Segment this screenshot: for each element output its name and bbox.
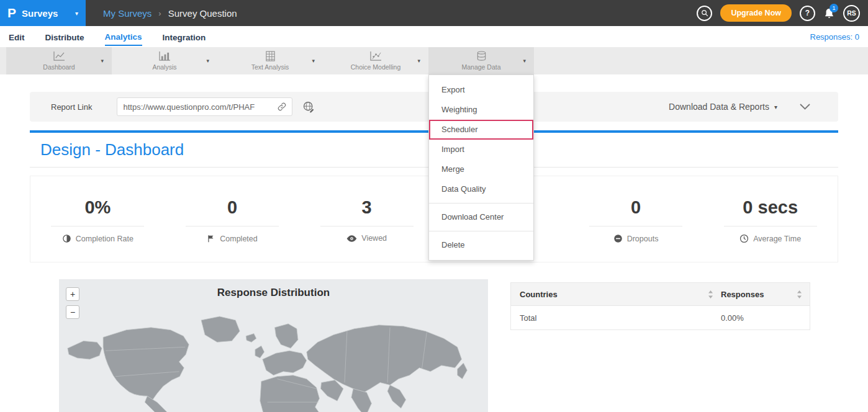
breadcrumb-separator: ›	[158, 9, 161, 18]
link-icon[interactable]	[278, 102, 286, 111]
edit-link-globe-icon[interactable]	[302, 101, 315, 113]
manage-data-menu: Export Weighting Scheduler Import Merge …	[428, 74, 534, 261]
download-data-reports-dropdown[interactable]: Download Data & Reports ▾	[669, 102, 777, 112]
notifications-bell-icon[interactable]: 1	[823, 7, 835, 19]
map-zoom-controls: + −	[66, 287, 79, 319]
help-icon[interactable]: ?	[800, 6, 815, 21]
caret-down-icon[interactable]: ▾	[417, 58, 420, 64]
notification-badge: 1	[830, 4, 838, 12]
eye-icon	[346, 235, 357, 243]
topbar-actions: Upgrade Now ? 1 RS	[697, 4, 868, 22]
menu-item-delete[interactable]: Delete	[429, 235, 533, 255]
clock-icon	[739, 234, 749, 243]
product-name: Surveys	[22, 8, 58, 19]
caret-down-icon[interactable]: ▾	[206, 58, 209, 64]
stat-dropouts: 0 Dropouts	[569, 176, 703, 262]
response-distribution-map-card: Response Distribution + −	[59, 279, 488, 412]
report-bar-right: Download Data & Reports ▾	[669, 102, 810, 112]
responses-column-header[interactable]: Responses	[721, 290, 810, 299]
menu-item-scheduler[interactable]: Scheduler	[429, 120, 533, 140]
stat-completion-rate: 0% Completion Rate	[30, 176, 165, 262]
tab-text-analysis[interactable]: Text Analysis ▾	[217, 47, 323, 74]
caret-down-icon[interactable]: ▾	[101, 58, 104, 64]
zoom-out-button[interactable]: −	[66, 305, 79, 319]
report-url-input[interactable]	[123, 102, 274, 112]
completion-rate-icon	[62, 234, 71, 243]
breadcrumb-my-surveys[interactable]: My Surveys	[103, 8, 151, 19]
report-link-label: Report Link	[51, 102, 92, 112]
tab-dashboard[interactable]: Dashboard ▾	[6, 47, 112, 74]
caret-down-icon: ▾	[75, 10, 78, 17]
caret-down-icon[interactable]: ▾	[523, 58, 526, 64]
flag-icon	[207, 234, 215, 243]
breadcrumb-current: Survey Question	[168, 8, 237, 19]
tab-analysis[interactable]: Analysis ▾	[112, 47, 217, 74]
minus-circle-icon	[613, 234, 623, 243]
topbar: P Surveys ▾ My Surveys › Survey Question…	[0, 0, 868, 26]
section-nav: Edit Distribute Analytics Integration Re…	[0, 26, 868, 47]
text-table-icon	[264, 51, 276, 61]
nav-item-analytics[interactable]: Analytics	[105, 28, 142, 46]
menu-item-data-quality[interactable]: Data Quality	[429, 179, 533, 199]
nav-item-distribute[interactable]: Distribute	[45, 29, 84, 45]
countries-table-header: Countries Responses	[511, 283, 810, 306]
questionpro-logo: P	[7, 6, 16, 20]
nav-item-integration[interactable]: Integration	[163, 29, 206, 45]
database-icon	[476, 51, 487, 61]
bar-chart-icon	[159, 51, 171, 61]
search-icon[interactable]	[697, 6, 712, 21]
sort-icon[interactable]	[708, 290, 713, 298]
report-link-field	[117, 97, 292, 116]
upgrade-now-button[interactable]: Upgrade Now	[720, 4, 792, 22]
page-title: Design - Dashboard	[40, 140, 184, 159]
collapse-chevron-icon[interactable]	[800, 104, 810, 110]
nav-item-edit[interactable]: Edit	[9, 29, 25, 45]
stat-average-time: 0 secs Average Time	[703, 176, 838, 262]
menu-item-weighting[interactable]: Weighting	[429, 100, 533, 120]
caret-down-icon[interactable]: ▾	[312, 58, 315, 64]
scatter-chart-icon	[370, 51, 382, 61]
countries-column-header[interactable]: Countries	[511, 290, 721, 299]
table-row-total: Total 0.00%	[511, 306, 810, 329]
menu-item-import[interactable]: Import	[429, 140, 533, 159]
caret-down-icon: ▾	[774, 104, 777, 110]
breadcrumb: My Surveys › Survey Question	[103, 8, 237, 19]
map-title: Response Distribution	[59, 287, 488, 299]
world-map[interactable]	[59, 310, 488, 412]
tab-choice-modelling[interactable]: Choice Modelling ▾	[323, 47, 428, 74]
stat-completed: 0 Completed	[165, 176, 300, 262]
menu-item-export[interactable]: Export	[429, 80, 533, 100]
zoom-in-button[interactable]: +	[66, 287, 79, 301]
menu-divider	[429, 231, 533, 231]
stat-viewed: 3 Viewed	[299, 176, 434, 262]
sort-icon[interactable]	[797, 290, 802, 298]
responses-count: Responses: 0	[810, 32, 860, 42]
tab-manage-data[interactable]: Manage Data ▾	[428, 47, 534, 74]
avatar[interactable]: RS	[843, 5, 860, 22]
analytics-toolbar: Dashboard ▾ Analysis ▾ Text Analysis ▾ C…	[0, 47, 868, 74]
menu-divider	[429, 203, 533, 204]
countries-table: Countries Responses Total 0.00%	[510, 282, 810, 330]
menu-item-merge[interactable]: Merge	[429, 159, 533, 179]
line-chart-icon	[53, 51, 65, 61]
surveys-product-switcher[interactable]: P Surveys ▾	[0, 0, 86, 26]
menu-item-download-center[interactable]: Download Center	[429, 207, 533, 227]
